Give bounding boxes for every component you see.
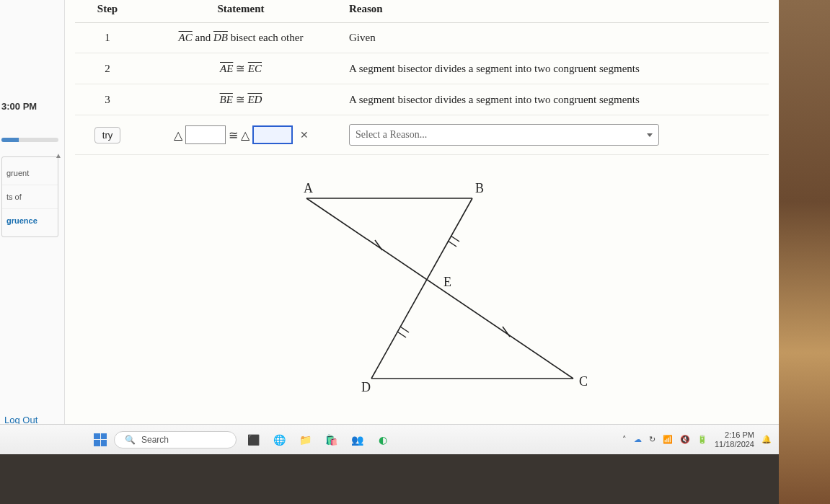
vertex-label-e: E [443,275,451,289]
left-sidebar: 3:00 PM ▲ gruent ts of gruence Log Out [0,0,65,454]
statement-cell: AE ≅ EC [140,53,342,84]
file-explorer-icon[interactable]: 📁 [296,430,314,449]
sync-icon[interactable]: ↻ [649,435,655,444]
progress-bar [1,138,58,142]
table-row: 3 BE ≅ ED A segment bisector divides a s… [75,84,769,115]
taskbar-search[interactable]: 🔍 Search [114,431,237,448]
step-number: 2 [75,53,140,84]
chevron-down-icon [647,133,653,137]
photo-background-right [779,0,830,504]
table-row-input: try △ ≅ △ ✕ Selec [75,115,769,155]
triangle-1-input[interactable] [185,125,226,144]
congruent-symbol: ≅ [229,128,238,142]
svg-line-2 [371,198,472,379]
triangle-congruence-input: △ ≅ △ ✕ [174,125,309,144]
table-row: 1 AC and DB bisect each other Given [75,23,769,53]
segment-db: DB [213,32,228,43]
col-header-step: Step [75,0,140,23]
lesson-nav-box: gruent ts of gruence [1,156,58,237]
triangle-symbol: △ [174,128,182,142]
monitor-screen: 3:00 PM ▲ gruent ts of gruence Log Out S… [0,0,779,454]
main-content: Step Statement Reason 1 AC and DB bisect… [65,0,779,454]
reason-dropdown[interactable]: Select a Reason... [349,124,659,146]
progress-fill [1,138,19,142]
table-row: 2 AE ≅ EC A segment bisector divides a s… [75,53,769,84]
statement-cell: AC and DB bisect each other [140,23,342,53]
svg-line-1 [306,198,573,379]
volume-muted-icon[interactable]: 🔇 [680,435,690,444]
search-placeholder: Search [141,435,169,445]
reason-placeholder: Select a Reason... [356,129,427,141]
segment-ae: AE [220,63,233,74]
wifi-icon[interactable]: 📶 [663,435,673,444]
sidebar-scroll-up[interactable]: ▲ [53,151,63,159]
clock-date: 11/18/2024 [715,440,754,448]
triangle-symbol: △ [241,128,250,142]
task-view-icon[interactable]: ⬛ [244,430,262,449]
vertex-label-a: A [304,181,313,195]
statement-cell: BE ≅ ED [140,84,342,115]
sidebar-item-0[interactable]: gruent [2,162,58,185]
vertex-label-c: C [579,374,588,389]
geometry-diagram: A B C D E [234,169,609,407]
battery-icon[interactable]: 🔋 [697,435,707,444]
triangle-2-input[interactable] [252,125,293,144]
vertex-label-b: B [475,181,484,195]
step-number: 3 [75,84,140,115]
vertex-label-d: D [361,380,371,394]
reason-cell: A segment bisector divides a segment int… [342,84,769,115]
taskbar-clock[interactable]: 2:16 PM 11/18/2024 [715,430,754,448]
system-tray[interactable]: ˄ ☁ ↻ 📶 🔇 🔋 2:16 PM 11/18/2024 🔔 [622,430,772,448]
congruent-symbol: ≅ [236,94,248,105]
sidebar-item-2[interactable]: gruence [2,209,58,232]
segment-ed: ED [247,94,262,105]
windows-start-icon[interactable] [94,433,107,446]
segment-ec: EC [248,63,262,74]
teams-icon[interactable]: 👥 [348,430,366,449]
reason-cell: A segment bisector divides a segment int… [342,53,769,84]
col-header-reason: Reason [342,0,769,23]
svg-line-8 [400,327,409,332]
col-header-statement: Statement [140,0,342,23]
sidebar-item-1[interactable]: ts of [2,185,58,209]
notifications-icon[interactable]: 🔔 [761,435,772,444]
try-button[interactable]: try [94,127,120,143]
chevron-up-icon[interactable]: ˄ [622,435,627,444]
congruent-symbol: ≅ [236,63,248,74]
onedrive-icon[interactable]: ☁ [634,435,642,444]
windows-taskbar[interactable]: 🔍 Search ⬛ 🌐 📁 🛍️ 👥 ◐ ˄ ☁ ↻ 📶 🔇 🔋 2:16 P… [0,424,779,454]
svg-line-9 [397,332,406,337]
clear-icon[interactable]: ✕ [300,129,309,141]
store-icon[interactable]: 🛍️ [322,430,340,449]
reason-cell: Given [342,23,769,53]
search-icon: 🔍 [125,435,136,445]
segment-ac: AC [179,32,193,43]
app-icon[interactable]: ◐ [374,430,392,449]
svg-line-6 [451,236,459,242]
due-time-label: 3:00 PM [0,101,60,112]
edge-icon[interactable]: 🌐 [270,430,288,449]
svg-line-7 [448,241,456,247]
proof-table: Step Statement Reason 1 AC and DB bisect… [75,0,769,155]
step-number: 1 [75,23,140,53]
clock-time: 2:16 PM [715,430,754,439]
segment-be: BE [220,94,233,105]
